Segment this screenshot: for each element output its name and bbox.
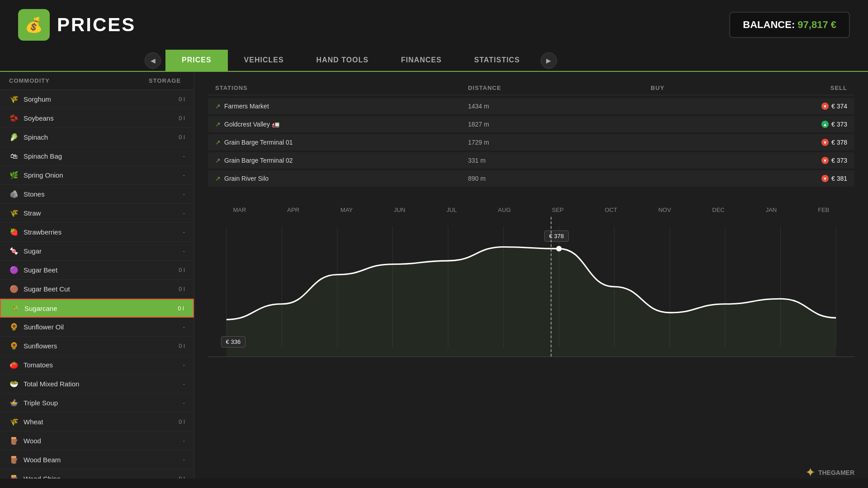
commodity-item-sunflower_oil[interactable]: 🌻 Sunflower Oil - (0, 318, 194, 337)
commodity-item-stones[interactable]: 🪨 Stones - (0, 185, 194, 204)
item-icon-sugar_beet: 🟣 (9, 265, 19, 275)
station-row-goldcrest_valley[interactable]: ↗ Goldcrest Valley 🚛 1827 m ▲ € 373 (208, 116, 854, 132)
commodity-item-tomatoes[interactable]: 🍅 Tomatoes - (0, 356, 194, 375)
station-distance-grain_barge_02: 331 m (468, 157, 594, 164)
item-storage-spring_onion: - (149, 172, 185, 178)
commodity-item-wood_chips[interactable]: 🪵 Wood Chips 0 l (0, 469, 194, 479)
nav-tab-hand_tools[interactable]: HAND TOOLS (300, 50, 385, 72)
item-name-sorghum: Sorghum (24, 95, 51, 103)
col-stations: STATIONS (215, 84, 468, 91)
nav-tabs: PRICESVEHICLESHAND TOOLSFINANCESSTATISTI… (165, 50, 536, 71)
item-storage-triple_soup: - (149, 399, 185, 406)
item-icon-spinach_bag: 🛍 (9, 151, 19, 161)
item-name-wood_chips: Wood Chips (24, 475, 60, 479)
commodity-item-sugar[interactable]: 🍬 Sugar - (0, 242, 194, 261)
item-name-wood_beam: Wood Beam (24, 456, 61, 464)
station-table: STATIONS DISTANCE BUY SELL ↗ Farmers Mar… (194, 72, 868, 197)
nav-tab-vehicles[interactable]: VEHICLES (228, 50, 300, 72)
commodity-item-sugar_beet[interactable]: 🟣 Sugar Beet 0 l (0, 261, 194, 280)
item-icon-sugarcane: 🎋 (10, 303, 20, 313)
item-storage-spinach: 0 l (149, 134, 185, 141)
item-icon-total_mixed_ration: 🥗 (9, 379, 19, 389)
header: 💰 PRICES BALANCE: 97,817 € (0, 0, 868, 50)
item-icon-straw: 🌾 (9, 208, 19, 218)
item-storage-sunflower_oil: - (149, 324, 185, 330)
commodity-item-strawberries[interactable]: 🍓 Strawberries - (0, 223, 194, 242)
commodity-item-spinach_bag[interactable]: 🛍 Spinach Bag - (0, 147, 194, 166)
chart-month-feb: FEB (818, 206, 829, 213)
item-name-sugar: Sugar (24, 247, 42, 255)
station-distance-farmers_market: 1434 m (468, 103, 594, 110)
commodity-item-spinach[interactable]: 🥬 Spinach 0 l (0, 128, 194, 147)
station-row-grain_barge_02[interactable]: ↗ Grain Barge Terminal 02 331 m ▼ € 373 (208, 152, 854, 169)
station-sell-goldcrest_valley: € 373 (831, 121, 847, 128)
station-arrow-grain_barge_02: ↗ (215, 157, 221, 164)
logo-icon: 💰 (18, 9, 50, 41)
station-arrow-farmers_market: ↗ (215, 103, 221, 110)
nav-tab-prices[interactable]: PRICES (165, 50, 228, 72)
commodity-item-sugarcane[interactable]: 🎋 Sugarcane 0 l (0, 299, 194, 318)
commodity-item-wood[interactable]: 🪵 Wood - (0, 432, 194, 450)
next-nav-arrow[interactable]: ▶ (541, 52, 557, 69)
station-row-grain_river_silo[interactable]: ↗ Grain River Silo 890 m ▼ € 381 (208, 170, 854, 187)
price-indicator-farmers_market: ▼ (821, 103, 829, 110)
col-buy: BUY (594, 84, 721, 91)
commodity-item-sorghum[interactable]: 🌾 Sorghum 0 l (0, 90, 194, 109)
item-name-sugarcane: Sugarcane (24, 305, 57, 312)
balance-label: BALANCE: (743, 19, 795, 30)
logo-area: 💰 PRICES (18, 9, 136, 41)
station-row-farmers_market[interactable]: ↗ Farmers Market 1434 m ▼ € 374 (208, 98, 854, 114)
station-sell-grain_barge_01: € 378 (831, 139, 847, 146)
page-title: PRICES (57, 14, 136, 36)
item-storage-total_mixed_ration: - (149, 380, 185, 387)
chart-months: MARAPRMAYJUNJULAUGSEPOCTNOVDECJANFEB (208, 206, 854, 213)
price-indicator-grain_barge_02: ▼ (821, 157, 829, 164)
item-storage-sugar_beet: 0 l (149, 267, 185, 273)
item-icon-tomatoes: 🍅 (9, 360, 19, 370)
commodity-item-sugar_beet_cut[interactable]: 🟤 Sugar Beet Cut 0 l (0, 280, 194, 299)
station-name-grain_barge_01: Grain Barge Terminal 01 (224, 139, 292, 146)
commodity-item-wood_beam[interactable]: 🪵 Wood Beam - (0, 450, 194, 469)
item-storage-sorghum: 0 l (149, 96, 185, 103)
item-storage-wood: - (149, 437, 185, 444)
commodity-item-triple_soup[interactable]: 🍲 Triple Soup - (0, 394, 194, 413)
item-storage-spinach_bag: - (149, 153, 185, 160)
chart-month-nov: NOV (658, 206, 671, 213)
station-name-grain_river_silo: Grain River Silo (224, 175, 269, 182)
price-indicator-grain_barge_01: ▼ (821, 139, 829, 146)
commodity-item-sunflowers[interactable]: 🌻 Sunflowers 0 l (0, 337, 194, 356)
commodity-item-soybeans[interactable]: 🫘 Soybeans 0 l (0, 109, 194, 128)
item-storage-sugar_beet_cut: 0 l (149, 286, 185, 292)
item-storage-sunflowers: 0 l (149, 343, 185, 349)
prev-nav-arrow[interactable]: ◀ (145, 52, 161, 69)
station-name-farmers_market: Farmers Market (224, 103, 269, 110)
item-name-sunflower_oil: Sunflower Oil (24, 323, 64, 331)
chart-month-dec: DEC (712, 206, 724, 213)
main-content: COMMODITY STORAGE 🌾 Sorghum 0 l 🫘 Soybea… (0, 72, 868, 479)
item-name-strawberries: Strawberries (24, 228, 61, 236)
left-panel: COMMODITY STORAGE 🌾 Sorghum 0 l 🫘 Soybea… (0, 72, 194, 479)
station-row-grain_barge_01[interactable]: ↗ Grain Barge Terminal 01 1729 m ▼ € 378 (208, 134, 854, 150)
commodity-item-total_mixed_ration[interactable]: 🥗 Total Mixed Ration - (0, 375, 194, 394)
item-icon-wood_chips: 🪵 (9, 474, 19, 479)
item-name-wood: Wood (24, 437, 41, 445)
item-name-tomatoes: Tomatoes (24, 361, 53, 369)
item-icon-strawberries: 🍓 (9, 227, 19, 237)
col-storage-header: STORAGE (149, 77, 185, 84)
chart-container: € 378 € 336 (208, 217, 854, 357)
station-arrow-grain_river_silo: ↗ (215, 175, 221, 182)
item-name-straw: Straw (24, 209, 41, 217)
commodity-item-straw[interactable]: 🌾 Straw - (0, 204, 194, 223)
station-sell-grain_barge_02: € 373 (831, 157, 847, 164)
col-distance: DISTANCE (468, 84, 594, 91)
commodity-item-spring_onion[interactable]: 🌿 Spring Onion - (0, 166, 194, 185)
item-icon-sunflowers: 🌻 (9, 341, 19, 351)
nav-tab-statistics[interactable]: STATISTICS (458, 50, 536, 72)
nav-tab-finances[interactable]: FINANCES (385, 50, 458, 72)
station-arrow-grain_barge_01: ↗ (215, 139, 221, 146)
commodity-item-wheat[interactable]: 🌾 Wheat 0 l (0, 413, 194, 432)
item-icon-sorghum: 🌾 (9, 94, 19, 104)
balance-amount: 97,817 € (797, 19, 836, 30)
item-name-soybeans: Soybeans (24, 114, 54, 122)
station-col-headers: STATIONS DISTANCE BUY SELL (208, 81, 854, 95)
